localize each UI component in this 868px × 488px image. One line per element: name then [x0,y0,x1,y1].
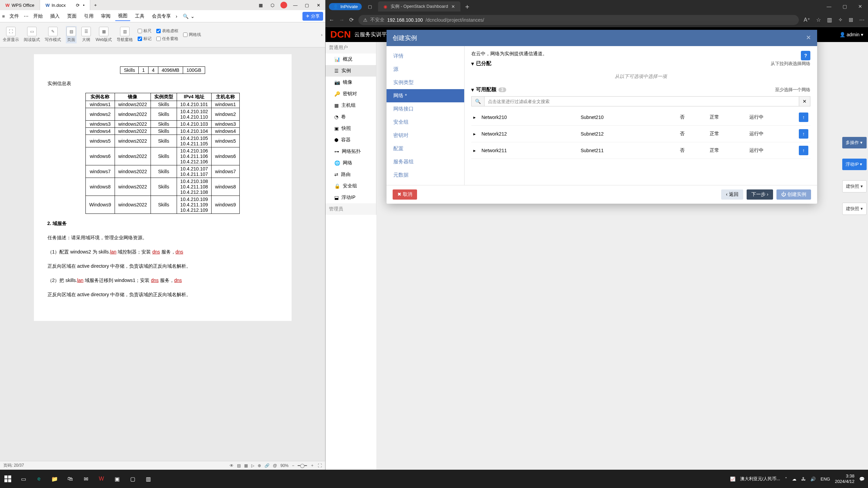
network-row[interactable]: ▸Network211Subnet211否正常运行中↑ [471,142,810,159]
chk-grid[interactable]: 网格线 [183,32,201,38]
network-tray-icon[interactable]: 🖧 [801,476,806,482]
store-icon[interactable]: 🛍 [62,472,78,486]
wizard-servergroup[interactable]: 服务器组 [387,155,464,168]
chevron-right-icon[interactable]: ▸ [473,148,481,153]
view-icon[interactable]: 👁 [230,463,234,468]
zoom-out-icon[interactable]: − [292,463,294,468]
zoom-in-icon[interactable]: ＋ [310,463,314,468]
insecure-icon[interactable]: ⚠ [363,17,368,23]
read-aloud-icon[interactable]: A⁺ [804,17,810,23]
tool-outline[interactable]: ☰大纲 [81,27,91,43]
close-icon[interactable]: ✕ [852,4,868,9]
chk-taskpane[interactable]: 任务窗格 [156,36,178,42]
at-icon[interactable]: @ [273,463,277,468]
news-icon[interactable]: 📈 [730,476,735,482]
help-icon[interactable]: ? [801,51,810,60]
link-icon[interactable]: 🔗 [264,463,270,468]
more-icon[interactable]: ⋯ [859,17,865,23]
back-icon[interactable]: ← [329,17,334,23]
menu-icon[interactable]: ≡ [2,14,5,19]
extensions-icon[interactable]: ⊞ [849,17,853,23]
menu-start[interactable]: 开始 [31,12,45,21]
tool-navpane[interactable]: ▥导航窗格 [117,27,133,43]
wps-app-tab[interactable]: W WPS Office [0,0,40,10]
tool-write[interactable]: ✎写作模式 [45,27,61,43]
new-tab-button[interactable]: ＋ [464,2,471,11]
taskview-icon[interactable]: ▭ [16,472,31,486]
menu-review[interactable]: 审阅 [98,12,113,21]
minimize-icon[interactable]: ― [821,4,837,9]
currency-text[interactable]: 澳大利亚元/人民币... [740,476,780,482]
back-button[interactable]: ‹ 返回 [721,189,743,200]
tray-up-icon[interactable]: ˄ [785,476,787,482]
url-path[interactable]: /dcncloud/project/instances/ [426,17,484,23]
available-header[interactable]: ▾ 可用配额 3 至少选择一个网络 [471,86,810,93]
search-icon[interactable]: 🔍 [183,14,189,19]
url-host[interactable]: 192.168.100.100 [387,17,423,23]
wizard-metadata[interactable]: 元数据 [387,168,464,182]
add-network-button[interactable]: ↑ [799,146,808,155]
volume-icon[interactable]: 🔊 [810,476,816,482]
wizard-netport[interactable]: 网络接口 [387,102,464,116]
tool-fullscreen[interactable]: ⛶全屏显示 [3,27,19,43]
notifications-icon[interactable]: 💬 [859,476,865,482]
app3-icon[interactable]: ▥ [140,472,156,486]
create-instance-button[interactable]: ⏻ 创建实例 [776,189,811,200]
wizard-keypair[interactable]: 密钥对 [387,129,464,142]
zoom-slider[interactable]: ━◯━ [298,463,307,468]
refresh-icon[interactable]: ⟳ [349,17,354,23]
share-button[interactable]: ✈ 分享 [302,12,323,21]
chk-marks[interactable]: 标记 [138,36,152,42]
onedrive-icon[interactable]: ☁ [792,476,796,482]
wps-taskbar-icon[interactable]: W [94,472,109,486]
network-row[interactable]: ▸Network210Subnet210否正常运行中↑ [471,109,810,126]
add-network-button[interactable]: ↑ [799,129,808,139]
add-network-button[interactable]: ↑ [799,113,808,122]
tool-page[interactable]: ▤页面 [66,26,77,43]
modal-close-icon[interactable]: ✕ [806,34,811,42]
new-tab-button[interactable]: ＋ [90,2,100,8]
wizard-network[interactable]: 网络 * [387,89,464,102]
fullscreen-icon[interactable]: ⛶ [318,463,322,468]
chk-ruler[interactable]: 标尺 [138,28,152,34]
chevron-right-icon[interactable]: ▸ [473,115,481,120]
menu-member[interactable]: 会员专享 [149,12,174,21]
browser-tab[interactable]: ◉ 实例 - OpenStack Dashboard ✕ [378,1,460,12]
network-row[interactable]: ▸Network212Subnet212否正常运行中↑ [471,126,810,142]
menu-page[interactable]: 页面 [64,12,79,21]
overflow-icon[interactable]: › [176,14,177,19]
dropdown-icon[interactable]: ⌄ [191,14,195,19]
cloud-icon[interactable]: ⬡ [269,3,276,8]
wizard-secgroup[interactable]: 安全组 [387,116,464,129]
clock[interactable]: 3:382024/4/12 [835,473,854,484]
wizard-source[interactable]: 源 [387,63,464,76]
tab-overview-icon[interactable]: ▢ [368,4,372,9]
wizard-detail[interactable]: 详情 [387,49,464,63]
tool-read[interactable]: ▭阅读版式 [24,27,40,43]
tab-close-icon[interactable]: ✕ [451,4,455,9]
chevron-right-icon[interactable]: ▸ [473,131,481,137]
favorite-icon[interactable]: ☆ [816,17,821,23]
minimize-icon[interactable]: ― [292,3,299,8]
menu-file[interactable]: 文件 [7,12,22,21]
explorer-icon[interactable]: 📁 [47,472,62,486]
app-icon[interactable]: ▣ [109,472,125,486]
expand-ribbon-icon[interactable]: › [321,33,322,37]
clear-filter-icon[interactable]: ✕ [799,96,810,106]
collections-icon[interactable]: ✧ [838,17,843,23]
more-icon[interactable]: ⋯ [24,14,28,19]
grid-icon[interactable]: ▦ [257,3,264,8]
avatar-icon[interactable] [280,2,287,8]
ime-label[interactable]: ENG [821,476,830,482]
layout2-icon[interactable]: ▦ [244,463,248,468]
close-icon[interactable]: ✕ [315,3,322,8]
maximize-icon[interactable]: ▢ [837,4,852,9]
maximize-icon[interactable]: ▢ [303,3,310,8]
wps-doc-tab[interactable]: W ln.docx ⟳ • [40,0,90,10]
play-icon[interactable]: ▷ [251,463,254,468]
split-icon[interactable]: ▥ [827,17,832,23]
wizard-flavor[interactable]: 实例类型 [387,76,464,89]
app2-icon[interactable]: ▢ [125,472,140,486]
wizard-config[interactable]: 配置 [387,142,464,155]
tab-refresh-icon[interactable]: ⟳ [76,3,80,8]
